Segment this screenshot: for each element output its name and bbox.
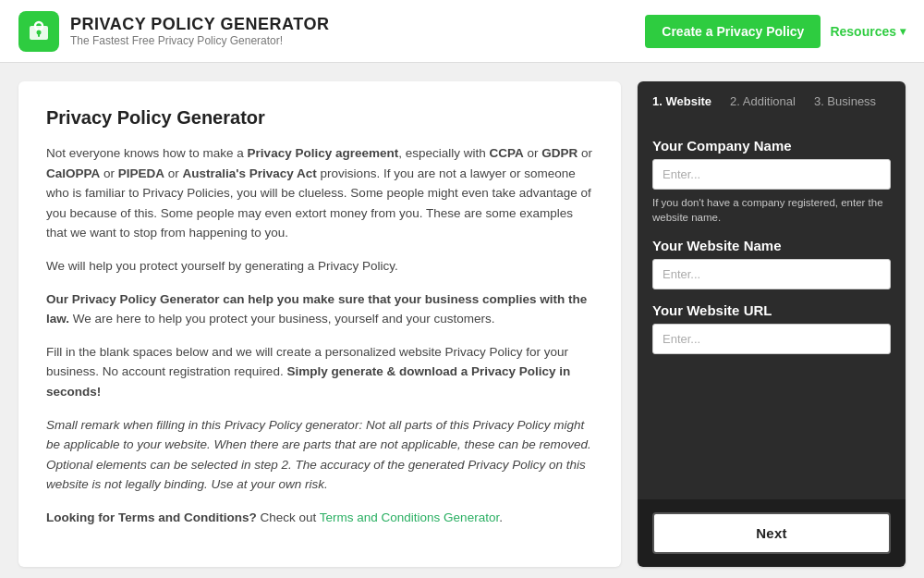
app-subtitle: The Fastest Free Privacy Policy Generato… xyxy=(70,34,329,47)
svg-rect-3 xyxy=(38,33,40,37)
paragraph-1: Not everyone knows how to make a Privacy… xyxy=(46,143,593,243)
logo-icon xyxy=(18,11,59,52)
company-name-hint: If you don't have a company registered, … xyxy=(652,195,891,225)
terms-conditions-link[interactable]: Terms and Conditions Generator xyxy=(320,510,499,524)
paragraph-3: Our Privacy Policy Generator can help yo… xyxy=(46,289,593,329)
create-policy-button[interactable]: Create a Privacy Policy xyxy=(645,15,821,48)
main-content: Privacy Policy Generator Not everyone kn… xyxy=(0,63,924,578)
resources-button[interactable]: Resources xyxy=(830,24,906,39)
paragraph-6: Looking for Terms and Conditions? Check … xyxy=(46,508,593,528)
form-area: Your Company Name If you don't have a co… xyxy=(638,121,906,499)
company-name-input[interactable] xyxy=(652,159,891,190)
header-title: PRIVACY POLICY GENERATOR The Fastest Fre… xyxy=(70,15,329,47)
paragraph-5: Small remark when filling in this Privac… xyxy=(46,415,593,495)
header: PRIVACY POLICY GENERATOR The Fastest Fre… xyxy=(0,0,924,63)
website-url-label: Your Website URL xyxy=(652,302,891,318)
left-panel: Privacy Policy Generator Not everyone kn… xyxy=(18,81,621,567)
website-name-group: Your Website Name xyxy=(652,238,891,289)
website-name-label: Your Website Name xyxy=(652,238,891,253)
step-2[interactable]: 2. Additional xyxy=(730,94,796,108)
website-name-input[interactable] xyxy=(652,259,891,289)
company-name-group: Your Company Name If you don't have a co… xyxy=(652,138,891,225)
step-1[interactable]: 1. Website xyxy=(652,94,711,108)
company-name-label: Your Company Name xyxy=(652,138,891,154)
next-button[interactable]: Next xyxy=(652,512,891,554)
left-panel-heading: Privacy Policy Generator xyxy=(46,107,593,129)
header-left: PRIVACY POLICY GENERATOR The Fastest Fre… xyxy=(18,11,329,52)
paragraph-2: We will help you protect yourself by gen… xyxy=(46,256,593,277)
steps-nav: 1. Website 2. Additional 3. Business xyxy=(638,81,906,121)
header-right: Create a Privacy Policy Resources xyxy=(645,15,906,48)
app-title: PRIVACY POLICY GENERATOR xyxy=(70,15,329,34)
website-url-input[interactable] xyxy=(652,324,891,354)
website-url-group: Your Website URL xyxy=(652,302,891,354)
step-3[interactable]: 3. Business xyxy=(814,94,876,108)
next-area: Next xyxy=(638,499,906,567)
right-panel: 1. Website 2. Additional 3. Business You… xyxy=(638,81,906,567)
paragraph-4: Fill in the blank spaces below and we wi… xyxy=(46,342,593,402)
